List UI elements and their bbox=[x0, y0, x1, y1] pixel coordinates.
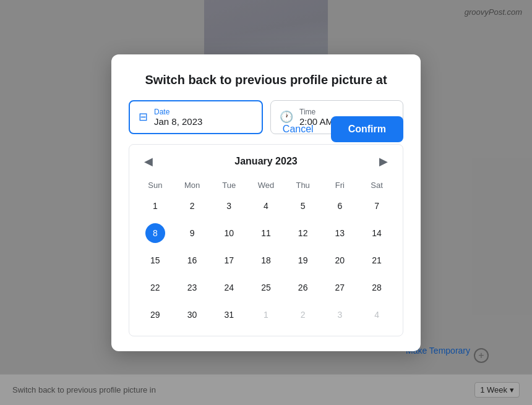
calendar-day[interactable]: 11 bbox=[247, 220, 285, 247]
calendar-header: ◀ January 2023 ▶ bbox=[137, 152, 395, 171]
month-year-label: January 2023 bbox=[234, 156, 297, 167]
calendar-day[interactable]: 8 bbox=[137, 220, 174, 247]
calendar-day[interactable]: 20 bbox=[322, 247, 359, 274]
calendar-week-row: 15161718192021 bbox=[137, 247, 395, 274]
calendar-day[interactable]: 3 bbox=[210, 192, 247, 220]
calendar-week-row: 1234567 bbox=[137, 192, 395, 220]
calendar-week-row: 2930311234 bbox=[137, 301, 395, 328]
next-month-button[interactable]: ▶ bbox=[374, 152, 393, 171]
calendar-day[interactable]: 23 bbox=[174, 274, 211, 301]
day-of-week-header: Tue bbox=[210, 178, 247, 192]
calendar-day[interactable]: 18 bbox=[247, 247, 285, 274]
calendar-icon: ⊟ bbox=[139, 110, 148, 124]
date-field-content: Date Jan 8, 2023 bbox=[154, 108, 202, 127]
calendar-day[interactable]: 7 bbox=[358, 192, 395, 220]
calendar-week-row: 891011121314 bbox=[137, 220, 395, 247]
calendar-day[interactable]: 15 bbox=[137, 247, 174, 274]
calendar-day[interactable]: 5 bbox=[285, 192, 322, 220]
calendar-day[interactable]: 10 bbox=[210, 220, 247, 247]
day-of-week-header: Sun bbox=[137, 178, 174, 192]
date-value: Jan 8, 2023 bbox=[154, 116, 202, 127]
calendar-day[interactable]: 4 bbox=[247, 192, 285, 220]
calendar-day[interactable]: 1 bbox=[247, 301, 285, 328]
calendar-day[interactable]: 26 bbox=[285, 274, 322, 301]
calendar-day[interactable]: 6 bbox=[322, 192, 359, 220]
calendar-day[interactable]: 19 bbox=[285, 247, 322, 274]
calendar-grid: SunMonTueWedThuFriSat 123456789101112131… bbox=[137, 178, 395, 328]
day-of-week-header: Mon bbox=[174, 178, 211, 192]
confirm-button[interactable]: Confirm bbox=[331, 116, 403, 142]
calendar-day[interactable]: 27 bbox=[322, 274, 359, 301]
calendar-day[interactable]: 25 bbox=[247, 274, 285, 301]
day-of-week-header: Sat bbox=[358, 178, 395, 192]
calendar-day[interactable]: 4 bbox=[358, 301, 395, 328]
overlay: Switch back to previous profile picture … bbox=[0, 0, 532, 405]
date-label: Date bbox=[154, 108, 202, 116]
modal-title: Switch back to previous profile picture … bbox=[129, 72, 403, 88]
calendar-day[interactable]: 31 bbox=[210, 301, 247, 328]
date-field[interactable]: ⊟ Date Jan 8, 2023 bbox=[129, 100, 263, 134]
calendar-day[interactable]: 30 bbox=[174, 301, 211, 328]
calendar-day[interactable]: 3 bbox=[322, 301, 359, 328]
calendar-day[interactable]: 17 bbox=[210, 247, 247, 274]
calendar-day[interactable]: 16 bbox=[174, 247, 211, 274]
modal-dialog: Switch back to previous profile picture … bbox=[111, 54, 421, 351]
calendar-day[interactable]: 2 bbox=[174, 192, 211, 220]
day-of-week-header: Thu bbox=[285, 178, 322, 192]
day-of-week-header: Fri bbox=[322, 178, 359, 192]
calendar-day[interactable]: 24 bbox=[210, 274, 247, 301]
calendar-header-row: SunMonTueWedThuFriSat bbox=[137, 178, 395, 192]
day-of-week-header: Wed bbox=[247, 178, 285, 192]
time-label: Time bbox=[299, 108, 333, 116]
calendar-body: 1234567891011121314151617181920212223242… bbox=[137, 192, 395, 328]
calendar-week-row: 22232425262728 bbox=[137, 274, 395, 301]
calendar-day[interactable]: 13 bbox=[322, 220, 359, 247]
calendar-day[interactable]: 9 bbox=[174, 220, 211, 247]
calendar-day[interactable]: 14 bbox=[358, 220, 395, 247]
calendar-day[interactable]: 1 bbox=[137, 192, 174, 220]
calendar-day[interactable]: 22 bbox=[137, 274, 174, 301]
calendar-day[interactable]: 2 bbox=[285, 301, 322, 328]
calendar-day[interactable]: 12 bbox=[285, 220, 322, 247]
cancel-button[interactable]: Cancel bbox=[273, 119, 324, 140]
calendar-day[interactable]: 29 bbox=[137, 301, 174, 328]
prev-month-button[interactable]: ◀ bbox=[139, 152, 158, 171]
calendar-day[interactable]: 21 bbox=[358, 247, 395, 274]
calendar: ◀ January 2023 ▶ SunMonTueWedThuFriSat 1… bbox=[129, 144, 403, 336]
calendar-day[interactable]: 28 bbox=[358, 274, 395, 301]
